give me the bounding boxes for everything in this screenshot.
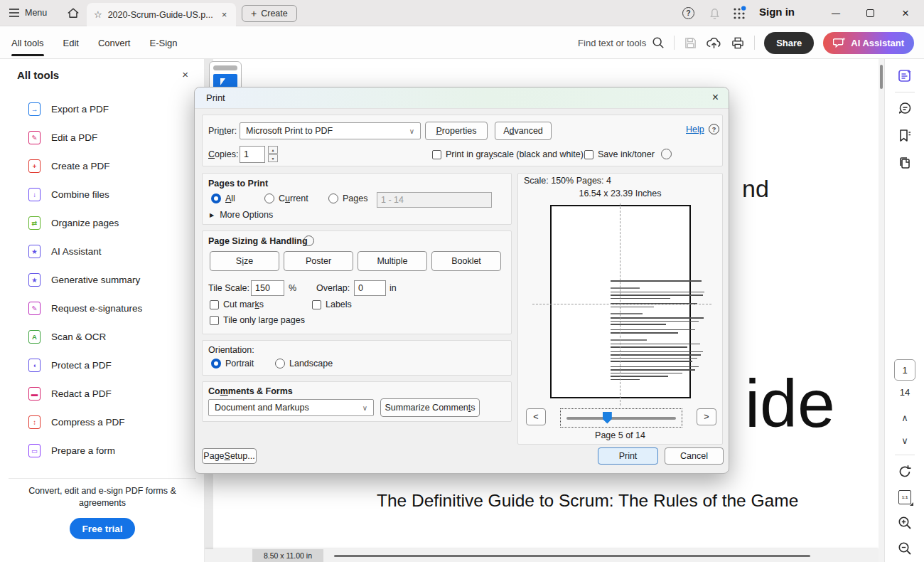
page-range-input[interactable]	[377, 192, 492, 208]
sidebar-item-export-pdf[interactable]: →Export a PDF	[0, 95, 205, 123]
more-options-toggle[interactable]: ▶ More Options	[210, 210, 273, 220]
portrait-radio-row[interactable]: Portrait	[211, 359, 254, 369]
star-icon[interactable]: ☆	[94, 9, 102, 20]
page-setup-button[interactable]: Page Setup...	[202, 448, 257, 464]
document-tab[interactable]: ☆ 2020-Scrum-Guide-US.p... ×	[87, 3, 236, 26]
page-thumbnails-button[interactable]	[895, 153, 915, 173]
zoom-in-button[interactable]	[895, 513, 915, 533]
tile-only-checkbox-row[interactable]: Tile only large pages	[210, 315, 305, 325]
vertical-scrollbar[interactable]	[879, 59, 884, 562]
bookmarks-button[interactable]	[895, 126, 915, 146]
notifications-button[interactable]	[709, 4, 721, 21]
sign-in-button[interactable]: Sign in	[759, 6, 795, 18]
stepper-up-icon[interactable]: ▲	[268, 146, 278, 154]
cancel-button[interactable]: Cancel	[665, 447, 724, 465]
properties-button[interactable]: Properties	[425, 122, 488, 140]
current-page-input[interactable]: 1	[894, 359, 915, 381]
help-button[interactable]: ?	[682, 4, 694, 21]
summarize-comments-button[interactable]: Summarize Comments	[380, 398, 480, 417]
landscape-radio-row[interactable]: Landscape	[275, 359, 333, 369]
save-ink-checkbox[interactable]	[584, 150, 593, 159]
apps-grid-button[interactable]	[732, 4, 746, 21]
sidebar-item-scan-ocr[interactable]: AScan & OCR	[0, 322, 205, 351]
copies-stepper[interactable]: ▲ ▼	[268, 146, 278, 162]
sidebar-item-prepare-form[interactable]: ▭Prepare a form	[0, 436, 205, 465]
copies-input[interactable]	[240, 146, 265, 163]
preview-prev-button[interactable]: <	[526, 408, 546, 425]
radio-all-row[interactable]: All	[211, 193, 235, 203]
tab-all-tools[interactable]: All tools	[11, 26, 44, 59]
dialog-close-icon[interactable]: ×	[712, 91, 719, 104]
radio-pages-row[interactable]: Pages	[328, 193, 367, 203]
zoom-out-button[interactable]	[895, 539, 915, 558]
ai-assistant-button[interactable]: AI Assistant	[823, 32, 914, 54]
maximize-button[interactable]	[854, 0, 886, 26]
menu-button[interactable]: Menu	[9, 4, 47, 21]
current-radio[interactable]	[264, 193, 274, 203]
pages-radio[interactable]	[328, 193, 338, 203]
cut-marks-checkbox-row[interactable]: Cut marks	[210, 299, 264, 309]
tile-only-checkbox[interactable]	[210, 316, 219, 325]
share-button[interactable]: Share	[764, 32, 814, 54]
info-icon[interactable]	[303, 235, 314, 246]
printer-select[interactable]: Microsoft Print to PDF ∨	[240, 122, 421, 139]
tile-scale-input[interactable]	[251, 280, 284, 296]
preview-slider-zone[interactable]	[560, 408, 682, 428]
previous-page-button[interactable]: ∧	[895, 408, 915, 428]
generative-summary-button[interactable]	[895, 66, 915, 86]
home-button[interactable]	[67, 4, 80, 21]
horizontal-scrollbar[interactable]	[334, 555, 810, 557]
save-icon[interactable]	[684, 36, 697, 50]
rotate-view-button[interactable]	[895, 462, 915, 482]
minimize-button[interactable]: —	[820, 0, 852, 26]
tab-edit[interactable]: Edit	[63, 26, 79, 59]
upload-cloud-icon[interactable]	[707, 36, 721, 50]
overlap-input[interactable]	[354, 280, 386, 296]
free-trial-button[interactable]: Free trial	[70, 518, 135, 539]
sidebar-item-edit-pdf[interactable]: ✎Edit a PDF	[0, 123, 205, 152]
tab-close-icon[interactable]: ×	[222, 9, 227, 20]
grayscale-checkbox[interactable]	[432, 150, 441, 159]
sidebar-item-generative-summary[interactable]: ★Generative summary	[0, 265, 205, 294]
multiple-button[interactable]: Multiple	[358, 251, 427, 271]
sidebar-item-combine-files[interactable]: ↓Combine files	[0, 180, 205, 208]
panel-close-icon[interactable]: ×	[182, 68, 188, 80]
landscape-radio[interactable]	[275, 359, 285, 369]
vertical-scrollbar-handle[interactable]	[880, 65, 883, 89]
tab-e-sign[interactable]: E-Sign	[149, 26, 177, 59]
labels-checkbox-row[interactable]: Labels	[312, 299, 352, 309]
preview-slider-handle[interactable]	[603, 412, 612, 424]
booklet-button[interactable]: Booklet	[431, 251, 501, 271]
sidebar-item-request-esignatures[interactable]: ✎Request e-signatures	[0, 294, 205, 322]
radio-current-row[interactable]: Current	[264, 193, 308, 203]
comments-button[interactable]	[895, 99, 915, 119]
save-ink-checkbox-row[interactable]: Save ink/toner	[584, 149, 655, 159]
sidebar-item-protect-pdf[interactable]: ◖Protect a PDF	[0, 351, 205, 379]
portrait-radio[interactable]	[211, 359, 221, 369]
cut-marks-checkbox[interactable]	[210, 300, 219, 309]
preview-next-button[interactable]: >	[697, 408, 716, 425]
labels-checkbox[interactable]	[312, 300, 321, 309]
print-button[interactable]: Print	[598, 447, 658, 465]
help-link[interactable]: Help	[686, 124, 704, 134]
comments-forms-select[interactable]: Document and Markups ∨	[208, 399, 374, 416]
sidebar-item-redact-pdf[interactable]: ▬Redact a PDF	[0, 379, 205, 408]
find-tool[interactable]: Find text or tools	[578, 36, 665, 49]
tab-convert[interactable]: Convert	[98, 26, 131, 59]
poster-button[interactable]: Poster	[284, 251, 353, 271]
sidebar-item-create-pdf[interactable]: +Create a PDF	[0, 152, 205, 180]
next-page-button[interactable]: ∨	[895, 430, 915, 450]
grayscale-checkbox-row[interactable]: Print in grayscale (black and white)	[432, 149, 584, 159]
preview-slider-track[interactable]	[566, 417, 676, 420]
sidebar-item-compress-pdf[interactable]: ↕Compress a PDF	[0, 408, 205, 436]
all-radio[interactable]	[211, 193, 221, 203]
stepper-down-icon[interactable]: ▼	[268, 154, 278, 162]
window-close-button[interactable]: ×	[890, 0, 921, 26]
create-tab-button[interactable]: + Create	[242, 5, 297, 22]
print-icon[interactable]	[731, 36, 745, 50]
help-icon[interactable]: ?	[709, 124, 719, 134]
advanced-button[interactable]: Advanced	[495, 122, 552, 140]
actual-size-button[interactable]: 1:1	[895, 487, 915, 507]
sidebar-item-organize-pages[interactable]: ⇄Organize pages	[0, 208, 205, 237]
sidebar-item-ai-assistant[interactable]: ★AI Assistant	[0, 237, 205, 265]
